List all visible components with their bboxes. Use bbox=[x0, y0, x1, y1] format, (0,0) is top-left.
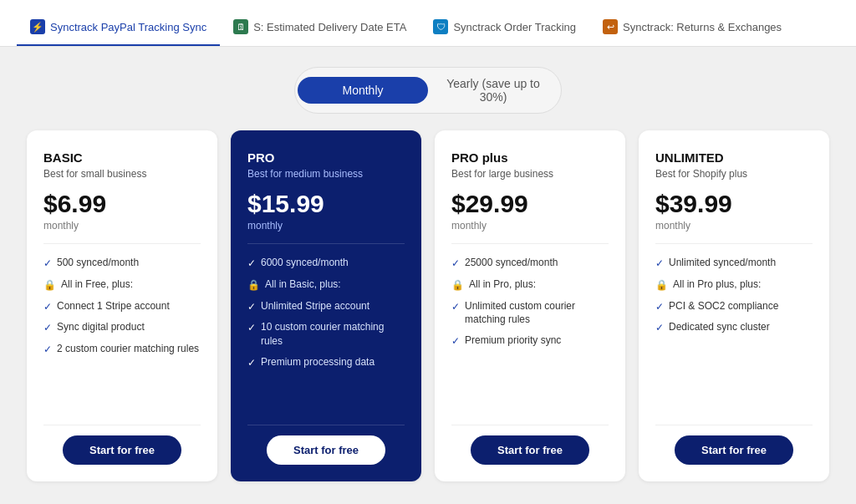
billing-toggle: Monthly Yearly (save up to 30%) bbox=[294, 67, 562, 114]
tab-eta-label: S: Estimated Delivery Date ETA bbox=[253, 21, 406, 33]
feature-text: Connect 1 Stripe account bbox=[57, 299, 170, 313]
tab-eta[interactable]: 🗓 S: Estimated Delivery Date ETA bbox=[220, 19, 420, 46]
feature-text: Premium processing data bbox=[261, 355, 374, 369]
plan-name: UNLIMITED bbox=[655, 150, 813, 165]
billing-toggle-wrapper: Monthly Yearly (save up to 30%) bbox=[0, 67, 856, 114]
feature-text: 500 synced/month bbox=[57, 256, 139, 270]
plan-tagline: Best for Shopify plus bbox=[655, 168, 813, 180]
feature-item: ✓Unlimited custom courier matching rules bbox=[451, 299, 609, 328]
check-icon: ✓ bbox=[655, 321, 664, 335]
check-icon: ✓ bbox=[655, 300, 664, 314]
check-icon: ✓ bbox=[247, 321, 256, 335]
check-icon: ✓ bbox=[451, 257, 460, 271]
plan-tagline: Best for large business bbox=[451, 168, 609, 180]
feature-item: ✓10 custom courier matching rules bbox=[247, 320, 405, 349]
feature-item: 🔒All in Pro, plus: bbox=[451, 277, 609, 293]
toggle-yearly[interactable]: Yearly (save up to 30%) bbox=[428, 70, 558, 110]
start-for-free-button[interactable]: Start for free bbox=[267, 435, 385, 465]
shield-icon: 🔒 bbox=[655, 278, 668, 293]
plan-period: monthly bbox=[451, 220, 609, 244]
feature-item: 🔒All in Basic, plus: bbox=[247, 277, 405, 293]
plan-period: monthly bbox=[247, 220, 405, 244]
feature-text: Unlimited custom courier matching rules bbox=[465, 299, 609, 328]
check-icon: ✓ bbox=[43, 300, 52, 314]
feature-item: ✓2 custom courier matching rules bbox=[43, 342, 201, 357]
tab-paypal-icon: ⚡ bbox=[30, 19, 45, 34]
feature-text: 25000 synced/month bbox=[465, 256, 558, 270]
feature-text: All in Basic, plus: bbox=[265, 277, 341, 292]
feature-text: All in Free, plus: bbox=[61, 277, 133, 292]
check-icon: ✓ bbox=[247, 300, 256, 314]
plan-features: ✓500 synced/month🔒All in Free, plus:✓Con… bbox=[43, 256, 201, 411]
feature-item: 🔒All in Free, plus: bbox=[43, 277, 201, 293]
check-icon: ✓ bbox=[451, 300, 460, 314]
check-icon: ✓ bbox=[655, 257, 664, 271]
start-for-free-button[interactable]: Start for free bbox=[63, 435, 181, 465]
plans-container: BASIC Best for small business $6.99 mont… bbox=[0, 130, 856, 498]
plan-features: ✓25000 synced/month🔒All in Pro, plus:✓Un… bbox=[451, 256, 609, 411]
plan-name: BASIC bbox=[43, 150, 201, 165]
tab-order-icon: 🛡 bbox=[433, 19, 448, 34]
plan-tagline: Best for small business bbox=[43, 168, 201, 180]
feature-item: ✓Dedicated sync cluster bbox=[655, 320, 813, 335]
tab-paypal-label: Synctrack PayPal Tracking Sync bbox=[50, 21, 206, 33]
start-for-free-button[interactable]: Start for free bbox=[471, 435, 589, 465]
plan-price: $6.99 bbox=[43, 190, 201, 218]
plan-tagline: Best for medium business bbox=[247, 168, 405, 180]
plan-card-unlimited: UNLIMITED Best for Shopify plus $39.99 m… bbox=[639, 130, 829, 481]
feature-text: Premium priority sync bbox=[465, 333, 561, 348]
feature-item: ✓25000 synced/month bbox=[451, 256, 609, 271]
feature-item: ✓6000 synced/month bbox=[247, 256, 405, 271]
start-for-free-button[interactable]: Start for free bbox=[675, 435, 793, 465]
shield-icon: 🔒 bbox=[451, 278, 464, 293]
plan-card-pro-plus: PRO plus Best for large business $29.99 … bbox=[435, 130, 625, 481]
feature-text: Dedicated sync cluster bbox=[669, 320, 770, 334]
plan-card-pro: PRO Best for medium business $15.99 mont… bbox=[231, 130, 421, 481]
tab-paypal[interactable]: ⚡ Synctrack PayPal Tracking Sync bbox=[17, 19, 220, 46]
check-icon: ✓ bbox=[43, 257, 52, 271]
plan-features: ✓Unlimited synced/month🔒All in Pro plus,… bbox=[655, 256, 813, 411]
tab-order[interactable]: 🛡 Synctrack Order Tracking bbox=[420, 19, 589, 46]
feature-text: Sync digital product bbox=[57, 320, 145, 334]
feature-item: ✓Unlimited synced/month bbox=[655, 256, 813, 271]
feature-item: ✓PCI & SOC2 compliance bbox=[655, 299, 813, 314]
check-icon: ✓ bbox=[43, 321, 52, 335]
check-icon: ✓ bbox=[247, 356, 256, 370]
plan-card-basic: BASIC Best for small business $6.99 mont… bbox=[27, 130, 217, 481]
plan-price: $15.99 bbox=[247, 190, 405, 218]
tab-returns-icon: ↩ bbox=[603, 19, 618, 34]
check-icon: ✓ bbox=[247, 257, 256, 271]
plan-name: PRO plus bbox=[451, 150, 609, 165]
feature-item: ✓Sync digital product bbox=[43, 320, 201, 335]
feature-text: All in Pro plus, plus: bbox=[673, 277, 761, 292]
feature-item: ✓Connect 1 Stripe account bbox=[43, 299, 201, 314]
check-icon: ✓ bbox=[43, 343, 52, 357]
plan-card-footer: Start for free bbox=[43, 425, 201, 465]
feature-text: 2 custom courier matching rules bbox=[57, 342, 199, 356]
shield-icon: 🔒 bbox=[43, 278, 56, 293]
plan-period: monthly bbox=[43, 220, 201, 244]
tab-returns-label: Synctrack: Returns & Exchanges bbox=[623, 21, 782, 33]
tab-eta-icon: 🗓 bbox=[233, 19, 248, 34]
feature-text: Unlimited Stripe account bbox=[261, 299, 369, 313]
plan-period: monthly bbox=[655, 220, 813, 244]
feature-item: ✓Unlimited Stripe account bbox=[247, 299, 405, 314]
check-icon: ✓ bbox=[451, 334, 460, 349]
feature-item: ✓Premium priority sync bbox=[451, 333, 609, 349]
plan-price: $29.99 bbox=[451, 190, 609, 218]
plan-features: ✓6000 synced/month🔒All in Basic, plus:✓U… bbox=[247, 256, 405, 411]
plan-price: $39.99 bbox=[655, 190, 813, 218]
feature-item: ✓Premium processing data bbox=[247, 355, 405, 370]
shield-icon: 🔒 bbox=[247, 278, 260, 293]
plan-card-footer: Start for free bbox=[655, 425, 813, 465]
feature-item: 🔒All in Pro plus, plus: bbox=[655, 277, 813, 293]
plan-card-footer: Start for free bbox=[451, 425, 609, 465]
toggle-monthly[interactable]: Monthly bbox=[298, 77, 428, 104]
feature-text: All in Pro, plus: bbox=[469, 277, 536, 292]
plan-name: PRO bbox=[247, 150, 405, 165]
feature-item: ✓500 synced/month bbox=[43, 256, 201, 271]
feature-text: PCI & SOC2 compliance bbox=[669, 299, 778, 313]
plan-card-footer: Start for free bbox=[247, 425, 405, 465]
tab-returns[interactable]: ↩ Synctrack: Returns & Exchanges bbox=[589, 19, 795, 46]
tab-order-label: Synctrack Order Tracking bbox=[453, 21, 576, 33]
